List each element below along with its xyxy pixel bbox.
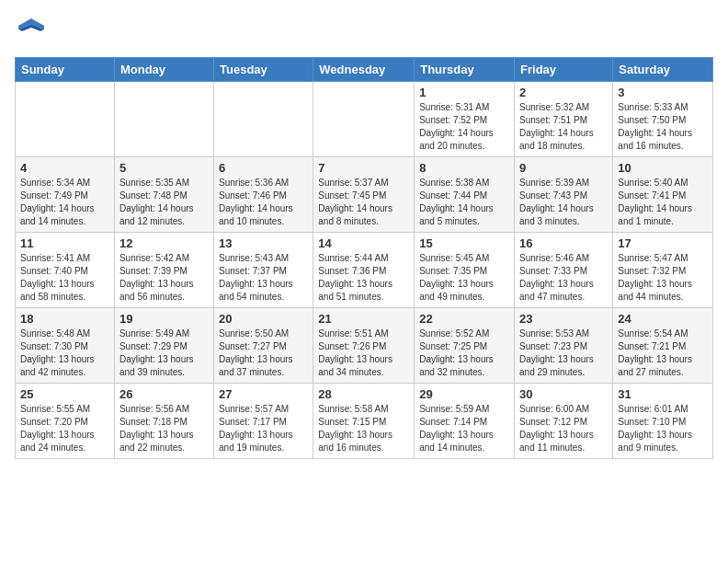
calendar-cell: 19Sunrise: 5:49 AM Sunset: 7:29 PM Dayli… bbox=[114, 308, 213, 384]
calendar-cell: 18Sunrise: 5:48 AM Sunset: 7:30 PM Dayli… bbox=[16, 308, 115, 384]
calendar-cell: 29Sunrise: 5:59 AM Sunset: 7:14 PM Dayli… bbox=[415, 384, 515, 459]
day-number: 13 bbox=[219, 236, 308, 250]
day-number: 29 bbox=[419, 387, 509, 401]
calendar-cell: 8Sunrise: 5:38 AM Sunset: 7:44 PM Daylig… bbox=[415, 157, 515, 233]
calendar-cell bbox=[114, 82, 213, 157]
calendar-cell: 22Sunrise: 5:52 AM Sunset: 7:25 PM Dayli… bbox=[415, 308, 515, 384]
calendar-cell: 14Sunrise: 5:44 AM Sunset: 7:36 PM Dayli… bbox=[313, 233, 415, 308]
day-info: Sunrise: 5:35 AM Sunset: 7:48 PM Dayligh… bbox=[119, 177, 209, 228]
day-number: 28 bbox=[318, 387, 409, 401]
day-number: 1 bbox=[419, 86, 509, 99]
day-number: 19 bbox=[119, 312, 209, 326]
day-info: Sunrise: 5:53 AM Sunset: 7:23 PM Dayligh… bbox=[519, 327, 608, 379]
calendar-table: SundayMondayTuesdayWednesdayThursdayFrid… bbox=[15, 57, 713, 459]
day-info: Sunrise: 5:55 AM Sunset: 7:20 PM Dayligh… bbox=[20, 403, 109, 454]
calendar-cell bbox=[16, 82, 115, 157]
calendar-week-2: 4Sunrise: 5:34 AM Sunset: 7:49 PM Daylig… bbox=[16, 157, 713, 233]
day-number: 26 bbox=[119, 387, 209, 401]
day-info: Sunrise: 5:47 AM Sunset: 7:32 PM Dayligh… bbox=[618, 252, 708, 304]
day-info: Sunrise: 5:44 AM Sunset: 7:36 PM Dayligh… bbox=[318, 252, 409, 304]
calendar-week-1: 1Sunrise: 5:31 AM Sunset: 7:52 PM Daylig… bbox=[16, 82, 713, 157]
weekday-header-saturday: Saturday bbox=[613, 58, 713, 82]
day-info: Sunrise: 5:59 AM Sunset: 7:14 PM Dayligh… bbox=[419, 403, 509, 454]
calendar-cell: 17Sunrise: 5:47 AM Sunset: 7:32 PM Dayli… bbox=[613, 233, 713, 308]
header bbox=[15, 15, 713, 48]
weekday-header-tuesday: Tuesday bbox=[214, 58, 313, 82]
day-info: Sunrise: 5:40 AM Sunset: 7:41 PM Dayligh… bbox=[618, 177, 708, 228]
calendar-cell bbox=[214, 82, 313, 157]
day-info: Sunrise: 5:51 AM Sunset: 7:26 PM Dayligh… bbox=[318, 327, 409, 379]
weekday-header-sunday: Sunday bbox=[16, 58, 115, 82]
day-number: 4 bbox=[20, 161, 109, 175]
day-info: Sunrise: 5:45 AM Sunset: 7:35 PM Dayligh… bbox=[419, 252, 509, 304]
calendar-cell: 23Sunrise: 5:53 AM Sunset: 7:23 PM Dayli… bbox=[515, 308, 613, 384]
calendar-cell: 21Sunrise: 5:51 AM Sunset: 7:26 PM Dayli… bbox=[313, 308, 415, 384]
day-info: Sunrise: 5:42 AM Sunset: 7:39 PM Dayligh… bbox=[119, 252, 209, 304]
day-number: 24 bbox=[618, 312, 708, 326]
day-number: 5 bbox=[119, 161, 209, 175]
calendar-cell: 5Sunrise: 5:35 AM Sunset: 7:48 PM Daylig… bbox=[114, 157, 213, 233]
day-number: 10 bbox=[618, 161, 708, 175]
day-info: Sunrise: 5:39 AM Sunset: 7:43 PM Dayligh… bbox=[519, 177, 608, 228]
day-number: 23 bbox=[519, 312, 608, 326]
calendar-cell: 1Sunrise: 5:31 AM Sunset: 7:52 PM Daylig… bbox=[415, 82, 515, 157]
day-info: Sunrise: 5:32 AM Sunset: 7:51 PM Dayligh… bbox=[519, 101, 608, 153]
logo bbox=[15, 15, 51, 48]
day-info: Sunrise: 5:37 AM Sunset: 7:45 PM Dayligh… bbox=[318, 177, 409, 228]
day-info: Sunrise: 5:46 AM Sunset: 7:33 PM Dayligh… bbox=[519, 252, 608, 304]
calendar-week-3: 11Sunrise: 5:41 AM Sunset: 7:40 PM Dayli… bbox=[16, 233, 713, 308]
day-info: Sunrise: 5:31 AM Sunset: 7:52 PM Dayligh… bbox=[419, 101, 509, 153]
day-number: 27 bbox=[219, 387, 308, 401]
calendar-cell: 2Sunrise: 5:32 AM Sunset: 7:51 PM Daylig… bbox=[515, 82, 613, 157]
day-number: 12 bbox=[119, 236, 209, 250]
day-number: 3 bbox=[618, 86, 708, 99]
day-info: Sunrise: 6:01 AM Sunset: 7:10 PM Dayligh… bbox=[618, 403, 708, 454]
day-number: 18 bbox=[20, 312, 109, 326]
calendar-cell: 11Sunrise: 5:41 AM Sunset: 7:40 PM Dayli… bbox=[16, 233, 115, 308]
calendar-cell: 28Sunrise: 5:58 AM Sunset: 7:15 PM Dayli… bbox=[313, 384, 415, 459]
weekday-header-row: SundayMondayTuesdayWednesdayThursdayFrid… bbox=[16, 58, 713, 82]
day-number: 22 bbox=[419, 312, 509, 326]
day-info: Sunrise: 5:41 AM Sunset: 7:40 PM Dayligh… bbox=[20, 252, 109, 304]
day-number: 30 bbox=[519, 387, 608, 401]
day-info: Sunrise: 5:50 AM Sunset: 7:27 PM Dayligh… bbox=[219, 327, 308, 379]
day-info: Sunrise: 5:49 AM Sunset: 7:29 PM Dayligh… bbox=[119, 327, 209, 379]
calendar-cell: 13Sunrise: 5:43 AM Sunset: 7:37 PM Dayli… bbox=[214, 233, 313, 308]
day-info: Sunrise: 5:56 AM Sunset: 7:18 PM Dayligh… bbox=[119, 403, 209, 454]
calendar-cell: 4Sunrise: 5:34 AM Sunset: 7:49 PM Daylig… bbox=[16, 157, 115, 233]
day-number: 25 bbox=[20, 387, 109, 401]
day-info: Sunrise: 5:33 AM Sunset: 7:50 PM Dayligh… bbox=[618, 101, 708, 153]
calendar-cell: 27Sunrise: 5:57 AM Sunset: 7:17 PM Dayli… bbox=[214, 384, 313, 459]
day-info: Sunrise: 5:48 AM Sunset: 7:30 PM Dayligh… bbox=[20, 327, 109, 379]
weekday-header-wednesday: Wednesday bbox=[313, 58, 415, 82]
day-info: Sunrise: 5:36 AM Sunset: 7:46 PM Dayligh… bbox=[219, 177, 308, 228]
calendar-cell: 20Sunrise: 5:50 AM Sunset: 7:27 PM Dayli… bbox=[214, 308, 313, 384]
calendar-cell: 12Sunrise: 5:42 AM Sunset: 7:39 PM Dayli… bbox=[114, 233, 213, 308]
calendar-cell: 30Sunrise: 6:00 AM Sunset: 7:12 PM Dayli… bbox=[515, 384, 613, 459]
day-info: Sunrise: 5:34 AM Sunset: 7:49 PM Dayligh… bbox=[20, 177, 109, 228]
day-number: 17 bbox=[618, 236, 708, 250]
day-info: Sunrise: 6:00 AM Sunset: 7:12 PM Dayligh… bbox=[519, 403, 608, 454]
day-number: 31 bbox=[618, 387, 708, 401]
day-info: Sunrise: 5:43 AM Sunset: 7:37 PM Dayligh… bbox=[219, 252, 308, 304]
calendar-cell: 31Sunrise: 6:01 AM Sunset: 7:10 PM Dayli… bbox=[613, 384, 713, 459]
day-number: 11 bbox=[20, 236, 109, 250]
day-number: 16 bbox=[519, 236, 608, 250]
day-info: Sunrise: 5:58 AM Sunset: 7:15 PM Dayligh… bbox=[318, 403, 409, 454]
day-number: 21 bbox=[318, 312, 409, 326]
calendar-cell: 6Sunrise: 5:36 AM Sunset: 7:46 PM Daylig… bbox=[214, 157, 313, 233]
calendar-cell: 16Sunrise: 5:46 AM Sunset: 7:33 PM Dayli… bbox=[515, 233, 613, 308]
day-number: 15 bbox=[419, 236, 509, 250]
day-number: 20 bbox=[219, 312, 308, 326]
day-number: 14 bbox=[318, 236, 409, 250]
day-info: Sunrise: 5:52 AM Sunset: 7:25 PM Dayligh… bbox=[419, 327, 509, 379]
day-number: 2 bbox=[519, 86, 608, 99]
day-number: 7 bbox=[318, 161, 409, 175]
calendar-cell: 24Sunrise: 5:54 AM Sunset: 7:21 PM Dayli… bbox=[613, 308, 713, 384]
day-info: Sunrise: 5:38 AM Sunset: 7:44 PM Dayligh… bbox=[419, 177, 509, 228]
day-number: 8 bbox=[419, 161, 509, 175]
weekday-header-friday: Friday bbox=[515, 58, 613, 82]
calendar-cell: 15Sunrise: 5:45 AM Sunset: 7:35 PM Dayli… bbox=[415, 233, 515, 308]
day-number: 9 bbox=[519, 161, 608, 175]
weekday-header-monday: Monday bbox=[114, 58, 213, 82]
